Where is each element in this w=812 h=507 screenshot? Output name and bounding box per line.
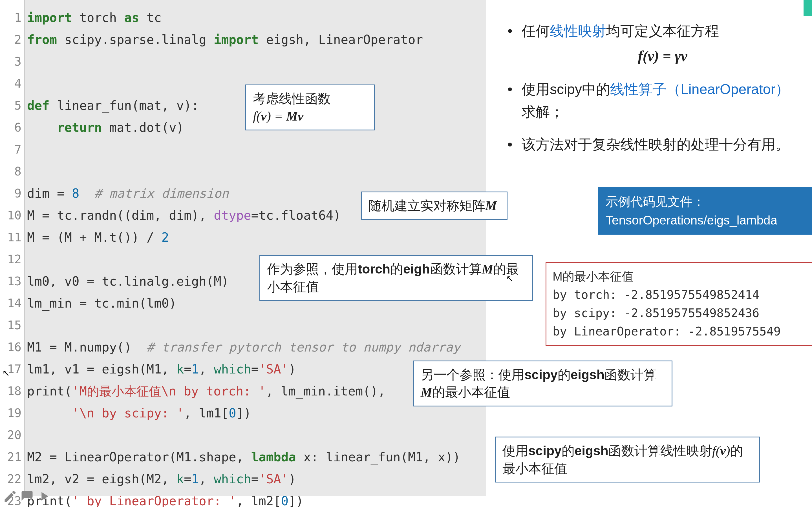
callout-scipy-eigsh: 另一个参照：使用scipy的eigsh函数计算M的最小本征值 (413, 360, 672, 406)
file-reference-box: 示例代码见文件： TensorOperations/eigs_lambda (598, 187, 812, 235)
line-number-gutter: 1234567891011121314151617181920212223 (0, 0, 25, 496)
line-number: 11 (0, 226, 24, 248)
line-number: 15 (0, 314, 24, 336)
code-line: M = (M + M.t()) / 2 (27, 226, 486, 248)
line-number: 3 (0, 51, 24, 73)
cursor-icon: ↖ (2, 368, 10, 378)
line-number: 14 (0, 292, 24, 314)
code-line: print(' by LinearOperator: ', lm2[0]) (27, 490, 486, 507)
output-box: M的最小本征值 by torch: -2.8519575549852414 by… (546, 262, 812, 346)
code-line (27, 314, 486, 336)
code-line: lm2, v2 = eigsh(M2, k=1, which='SA') (27, 468, 486, 490)
line-number: 6 (0, 117, 24, 138)
bullet-dot-icon: • (507, 20, 522, 68)
line-number: 16 (0, 336, 24, 358)
callout-random-matrix: 随机建立实对称矩阵M (361, 191, 507, 220)
line-number: 8 (0, 161, 24, 182)
bullet-1-link: 线性映射 (550, 23, 606, 39)
bullet-1-equation: f(v) = γv (522, 45, 804, 68)
line-number: 19 (0, 402, 24, 424)
bullet-1: • 任何线性映射均可定义本征方程 f(v) = γv (507, 20, 804, 68)
code-body: import torch as tcfrom scipy.sparse.lina… (25, 0, 486, 496)
line-number: 2 (0, 29, 24, 51)
line-number: 12 (0, 248, 24, 270)
play-icon[interactable] (37, 489, 51, 505)
line-number: 21 (0, 446, 24, 468)
line-number: 9 (0, 182, 24, 205)
callout-linear-operator-eigsh: 使用scipy的eigsh函数计算线性映射f(v)的最小本征值 (495, 437, 760, 483)
bullet-2-link: 线性算子（LinearOperator） (610, 81, 790, 97)
code-line: import torch as tc (27, 7, 486, 29)
line-number: 20 (0, 424, 24, 446)
output-line-scipy: by scipy: -2.8519575549852436 (553, 304, 809, 322)
pen-icon[interactable] (3, 489, 17, 505)
bullet-2: • 使用scipy中的线性算子（LinearOperator） 求解； (507, 78, 804, 123)
line-number: 1 (0, 7, 24, 29)
accent-bar-right (804, 0, 812, 16)
output-line-torch: by torch: -2.8519575549852414 (553, 286, 809, 304)
code-line (27, 424, 486, 446)
output-title: M的最小本征值 (553, 267, 809, 286)
code-line (27, 161, 486, 182)
bullet-2-post: 求解； (522, 104, 564, 120)
slide-nav-icons (3, 489, 51, 505)
line-number: 18 (0, 380, 24, 402)
note-icon[interactable] (20, 489, 35, 505)
bullet-dot-icon: • (507, 133, 522, 156)
line-number: 5 (0, 95, 24, 117)
bullet-3: • 该方法对于复杂线性映射的处理十分有用。 (507, 133, 804, 156)
line-number: 7 (0, 138, 24, 161)
code-editor: 1234567891011121314151617181920212223 im… (0, 0, 486, 496)
line-number: 4 (0, 73, 24, 95)
code-line: M1 = M.numpy() # transfer pytorch tensor… (27, 336, 486, 358)
line-number: 10 (0, 205, 24, 226)
bullet-dot-icon: • (507, 78, 522, 123)
bullet-1-pre: 任何 (522, 23, 550, 39)
code-line (27, 51, 486, 73)
callout-linear-function: 考虑线性函数f(v) = Mv (245, 84, 375, 130)
bullet-1-post: 均可定义本征方程 (606, 23, 719, 39)
bullet-3-text: 该方法对于复杂线性映射的处理十分有用。 (522, 133, 804, 156)
file-box-title: 示例代码见文件： (606, 192, 807, 211)
callout-torch-eigh: 作为参照，使用torch的eigh函数计算M的最小本征值 (259, 255, 533, 301)
file-box-path: TensorOperations/eigs_lambda (606, 211, 807, 230)
output-line-linop: by LinearOperator: -2.8519575549 (553, 322, 809, 341)
bullet-2-pre: 使用scipy中的 (522, 81, 610, 97)
bullet-list: • 任何线性映射均可定义本征方程 f(v) = γv • 使用scipy中的线性… (507, 20, 804, 166)
code-line: M2 = LinearOperator(M1.shape, lambda x: … (27, 446, 486, 468)
cursor-icon: ↖ (506, 273, 514, 284)
code-line: from scipy.sparse.linalg import eigsh, L… (27, 29, 486, 51)
line-number: 22 (0, 468, 24, 490)
code-line (27, 138, 486, 161)
line-number: 13 (0, 270, 24, 292)
